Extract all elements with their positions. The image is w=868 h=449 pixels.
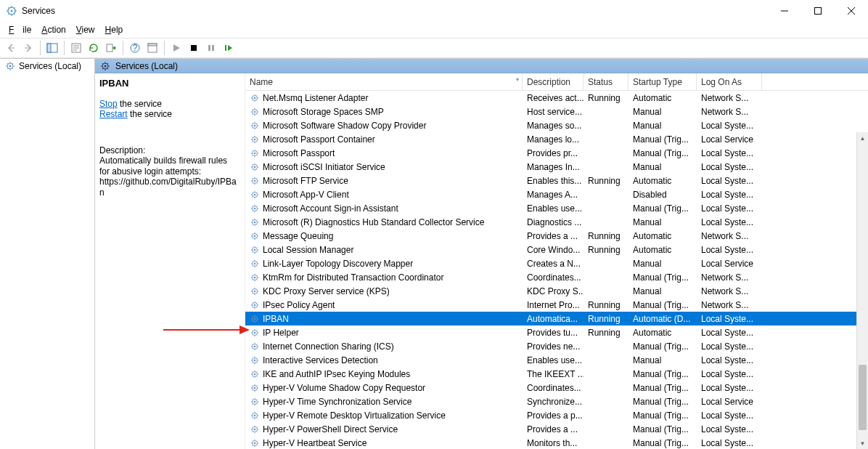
svg-point-42 (254, 248, 256, 251)
vertical-scrollbar[interactable]: ▲ ▼ (856, 132, 868, 449)
table-row[interactable]: Microsoft App-V ClientManages A...Disabl… (245, 187, 868, 201)
cell-description: Host service... (523, 107, 584, 117)
cell-name: Hyper-V Volume Shadow Copy Requestor (245, 383, 523, 393)
table-row[interactable]: KDC Proxy Server service (KPS)KDC Proxy … (245, 284, 868, 298)
help-button[interactable]: ? (127, 40, 143, 56)
gear-icon (250, 328, 260, 338)
cell-startup: Manual (Trig... (629, 341, 697, 352)
app-icon (6, 5, 17, 17)
gear-icon (250, 203, 260, 214)
cell-startup: Disabled (629, 190, 697, 200)
close-button[interactable] (835, 0, 868, 22)
table-row[interactable]: Hyper-V Time Synchronization ServiceSync… (245, 395, 868, 408)
cell-startup: Manual (629, 162, 697, 172)
table-row[interactable]: Net.Msmq Listener AdapterReceives act...… (245, 91, 868, 105)
cell-logon: Local Service (697, 397, 762, 407)
menu-view[interactable]: View (72, 23, 99, 36)
column-startup[interactable]: Startup Type (629, 73, 697, 90)
cell-startup: Automatic (629, 328, 697, 338)
table-row[interactable]: Local Session ManagerCore Windo...Runnin… (245, 243, 868, 256)
table-row[interactable]: Hyper-V Heartbeat ServiceMonitors th...M… (245, 436, 868, 449)
back-button[interactable] (3, 40, 19, 56)
svg-rect-12 (208, 45, 210, 51)
table-row[interactable]: Hyper-V Remote Desktop Virtualization Se… (245, 408, 868, 422)
cell-description: Provides a p... (523, 410, 584, 421)
menu-action[interactable]: Action (37, 23, 70, 36)
cell-name: Microsoft Account Sign-in Assistant (245, 203, 523, 214)
column-status[interactable]: Status (584, 73, 629, 90)
gear-icon (250, 383, 260, 393)
properties-sheet-button[interactable] (144, 40, 160, 56)
menu-file[interactable]: File (4, 23, 36, 36)
table-row[interactable]: Internet Connection Sharing (ICS)Provide… (245, 339, 868, 353)
gear-icon (250, 259, 260, 269)
gear-icon (250, 190, 260, 200)
properties-button[interactable] (68, 40, 84, 56)
table-row[interactable]: Interactive Services DetectionEnables us… (245, 353, 868, 367)
pause-service-button[interactable] (203, 40, 219, 56)
table-row[interactable]: Hyper-V Volume Shadow Copy RequestorCoor… (245, 381, 868, 395)
gear-icon (250, 272, 260, 283)
stop-service-button[interactable] (186, 40, 202, 56)
table-row[interactable]: KtmRm for Distributed Transaction Coordi… (245, 270, 868, 284)
table-row[interactable]: IPBANAutomatica...RunningAutomatic (D...… (245, 312, 868, 325)
column-logon[interactable]: Log On As (697, 73, 762, 90)
table-row[interactable]: Microsoft Software Shadow Copy ProviderM… (245, 118, 868, 132)
cell-name: KDC Proxy Server service (KPS) (245, 286, 523, 296)
table-row[interactable]: Microsoft iSCSI Initiator ServiceManages… (245, 160, 868, 174)
svg-rect-2 (815, 8, 822, 15)
cell-name: Link-Layer Topology Discovery Mapper (245, 259, 523, 269)
cell-logon: Local Syste... (697, 203, 762, 214)
restart-service-button[interactable] (221, 40, 237, 56)
svg-point-54 (254, 331, 256, 333)
scroll-thumb[interactable] (859, 365, 867, 430)
table-row[interactable]: Microsoft (R) Diagnostics Hub Standard C… (245, 215, 868, 229)
cell-description: Enables use... (523, 203, 584, 214)
table-row[interactable]: Microsoft Account Sign-in AssistantEnabl… (245, 201, 868, 215)
maximize-button[interactable] (801, 0, 835, 22)
table-row[interactable]: IP HelperProvides tu...RunningAutomaticL… (245, 325, 868, 339)
table-row[interactable]: Message QueuingProvides a ...RunningAuto… (245, 229, 868, 243)
column-description[interactable]: Description (523, 73, 584, 90)
tree-item-services-local[interactable]: Services (Local) (0, 59, 94, 73)
cell-description: Internet Pro... (523, 300, 584, 310)
table-row[interactable]: Link-Layer Topology Discovery MapperCrea… (245, 256, 868, 270)
scroll-down-icon[interactable]: ▼ (857, 437, 868, 449)
table-row[interactable]: Microsoft PassportProvides pr...Manual (… (245, 146, 868, 160)
refresh-button[interactable] (86, 40, 102, 56)
cell-status: Running (584, 231, 629, 241)
tree-item-label: Services (Local) (19, 61, 81, 71)
cell-startup: Manual (Trig... (629, 397, 697, 407)
gear-icon (250, 93, 260, 103)
table-row[interactable]: Hyper-V PowerShell Direct ServiceProvide… (245, 422, 868, 436)
table-row[interactable]: Microsoft Storage Spaces SMPHost service… (245, 105, 868, 118)
gear-icon (250, 134, 260, 145)
table-row[interactable]: IPsec Policy AgentInternet Pro...Running… (245, 298, 868, 312)
table-row[interactable]: Microsoft FTP ServiceEnables this...Runn… (245, 174, 868, 187)
svg-rect-6 (107, 44, 112, 52)
scroll-up-icon[interactable]: ▲ (857, 132, 868, 144)
minimize-button[interactable] (768, 0, 801, 22)
menu-help[interactable]: Help (101, 23, 128, 36)
cell-logon: Local Syste... (697, 245, 762, 255)
cell-logon: Local Syste... (697, 355, 762, 365)
table-row[interactable]: Microsoft Passport ContainerManages lo..… (245, 132, 868, 146)
table-row[interactable]: IKE and AuthIP IPsec Keying ModulesThe I… (245, 367, 868, 381)
show-hide-tree-button[interactable] (44, 40, 60, 56)
cell-logon: Local Syste... (697, 176, 762, 186)
export-button[interactable] (103, 40, 119, 56)
start-service-button[interactable] (168, 40, 184, 56)
gear-icon (99, 60, 111, 72)
cell-status: Running (584, 245, 629, 255)
cell-status: Running (584, 93, 629, 103)
cell-name: Interactive Services Detection (245, 355, 523, 365)
restart-link[interactable]: Restart (99, 109, 128, 119)
cell-status: Running (584, 300, 629, 310)
stop-link[interactable]: Stop (99, 99, 118, 109)
right-pane: Services (Local) IPBAN Stop the service … (95, 59, 868, 449)
tree-pane: Services (Local) (0, 59, 95, 449)
forward-button[interactable] (20, 40, 36, 56)
cell-logon: Local Syste... (697, 314, 762, 324)
cell-startup: Automatic (629, 245, 697, 255)
column-name[interactable]: Name (245, 73, 523, 90)
